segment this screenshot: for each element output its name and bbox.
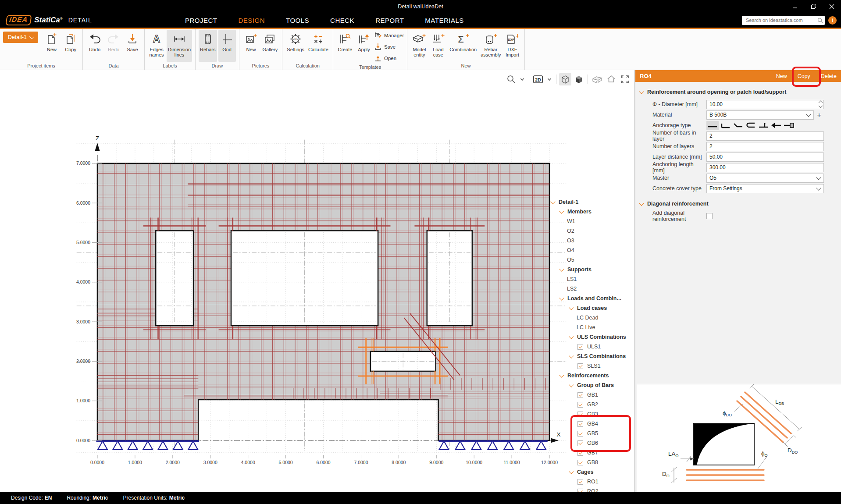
ribbon-button-settings[interactable]: </>Settings bbox=[285, 30, 306, 62]
checkbox[interactable] bbox=[577, 431, 583, 437]
magnifier-button[interactable] bbox=[506, 74, 517, 85]
fit-view-button[interactable] bbox=[619, 73, 631, 85]
checkbox[interactable] bbox=[577, 460, 583, 465]
tree-item-ro1[interactable]: RO1 bbox=[550, 477, 634, 486]
checkbox[interactable] bbox=[577, 479, 583, 485]
tree-item-gb3[interactable]: GB3 bbox=[550, 409, 634, 419]
tree-item-reinforcements[interactable]: Reinforcements bbox=[550, 371, 634, 380]
tree-item-group-of-bars[interactable]: Group of Bars bbox=[550, 380, 634, 390]
tree-item-gb2[interactable]: GB2 bbox=[550, 400, 634, 409]
ribbon-button-manager[interactable]: Manager bbox=[374, 31, 404, 40]
checkbox[interactable] bbox=[577, 440, 583, 446]
spinner-arrows[interactable] bbox=[819, 101, 822, 108]
ribbon-button-gallery[interactable]: Gallery bbox=[261, 30, 279, 62]
anchor-cone-icon[interactable] bbox=[770, 121, 782, 130]
ribbon-button-apply[interactable]: Apply bbox=[355, 30, 373, 62]
tree-item-detail-1[interactable]: Detail-1 bbox=[550, 197, 634, 207]
checkbox[interactable] bbox=[577, 363, 583, 369]
tree-item-cages[interactable]: Cages bbox=[550, 467, 634, 477]
ribbon-button-save[interactable]: Save bbox=[374, 42, 404, 52]
menu-tab-tools[interactable]: TOOLS bbox=[285, 13, 310, 28]
tree-item-gb7[interactable]: GB7 bbox=[550, 448, 634, 458]
chevron-down-button[interactable] bbox=[545, 75, 553, 83]
minimize-button[interactable] bbox=[786, 0, 804, 13]
tree-item-load-cases[interactable]: Load cases bbox=[550, 303, 634, 313]
ribbon-button-create[interactable]: Create bbox=[336, 30, 354, 62]
add-material-button[interactable]: + bbox=[817, 111, 821, 119]
checkbox[interactable] bbox=[577, 489, 583, 492]
tree-item-lc-dead[interactable]: LC Dead bbox=[550, 313, 634, 323]
new-button[interactable]: New bbox=[776, 73, 787, 79]
tree-item-o2[interactable]: O2 bbox=[550, 226, 634, 236]
material-field[interactable]: B 500B bbox=[706, 110, 814, 120]
number-of-bars-in-layer-field[interactable]: 2 bbox=[706, 131, 824, 141]
ribbon-button-calculate[interactable]: Calculate bbox=[307, 30, 330, 62]
section-view-button[interactable] bbox=[591, 74, 604, 85]
ribbon-button-new[interactable]: New bbox=[242, 30, 260, 62]
ribbon-button-undo[interactable]: Undo bbox=[86, 30, 103, 62]
menu-tab-materials[interactable]: MATERIALS bbox=[424, 13, 464, 28]
tree-item-loads-and-combin[interactable]: Loads and Combin... bbox=[550, 294, 634, 303]
ribbon-button-rebar-assembly[interactable]: Rebar assembly bbox=[479, 30, 502, 62]
tree-item-ls1[interactable]: LS1 bbox=[550, 274, 634, 284]
anchor-bend-90-icon[interactable] bbox=[719, 121, 731, 130]
chevron-down-button[interactable] bbox=[518, 75, 526, 83]
checkbox[interactable] bbox=[577, 402, 583, 408]
cube-wire-button[interactable] bbox=[559, 73, 571, 85]
section-header-reinforcement-around-opening-or-patch-lo[interactable]: Reinforcement around opening or patch lo… bbox=[640, 89, 837, 95]
tree-item-w1[interactable]: W1 bbox=[550, 217, 634, 226]
add-diagonal-reinforcement-checkbox[interactable] bbox=[706, 213, 713, 219]
tree-item-sls1[interactable]: SLS1 bbox=[550, 361, 634, 371]
tree-item-supports[interactable]: Supports bbox=[550, 265, 634, 274]
ribbon-button-model-entity[interactable]: Model entity bbox=[410, 30, 428, 62]
info-button[interactable]: i bbox=[828, 16, 837, 25]
checkbox[interactable] bbox=[577, 392, 583, 398]
checkbox[interactable] bbox=[577, 450, 583, 456]
menu-tab-check[interactable]: CHECK bbox=[329, 13, 355, 28]
anchor-bend-45-icon[interactable] bbox=[732, 121, 744, 130]
search-box[interactable] bbox=[742, 16, 825, 25]
ribbon-button-grid[interactable]: Grid bbox=[218, 30, 236, 62]
ribbon-button-open[interactable]: Open bbox=[374, 53, 404, 63]
menu-tab-report[interactable]: REPORT bbox=[374, 13, 405, 28]
anchor-foot-icon[interactable] bbox=[757, 121, 770, 130]
concrete-cover-type-field[interactable]: From Settings bbox=[706, 184, 824, 193]
ribbon-button-edges-names[interactable]: AEdges names bbox=[148, 30, 165, 62]
home-view-button[interactable] bbox=[605, 73, 617, 85]
tree-item-lc-live[interactable]: LC Live bbox=[550, 323, 634, 332]
anchor-u-hook-icon[interactable] bbox=[745, 121, 757, 130]
tree-item-gb5[interactable]: GB5 bbox=[550, 429, 634, 438]
ribbon-button-dimension-lines[interactable]: Dimension lines bbox=[167, 30, 192, 62]
tree-item-members[interactable]: Members bbox=[550, 207, 634, 217]
tree-item-ls2[interactable]: LS2 bbox=[550, 284, 634, 294]
ribbon-button-copy[interactable]: Copy bbox=[62, 30, 79, 62]
detail-selector[interactable]: Detail-1 bbox=[3, 32, 38, 43]
checkbox[interactable] bbox=[577, 412, 583, 417]
tree-item-sls-combinations[interactable]: SLS Combinations bbox=[550, 351, 634, 361]
close-button[interactable] bbox=[823, 0, 841, 13]
tree-item-gb4[interactable]: GB4 bbox=[550, 419, 634, 429]
tree-item-uls1[interactable]: ULS1 bbox=[550, 342, 634, 351]
restore-button[interactable] bbox=[804, 0, 823, 13]
ribbon-button-rebars[interactable]: Rebars bbox=[199, 30, 217, 62]
anchor-straight-icon[interactable] bbox=[706, 121, 719, 130]
menu-tab-project[interactable]: PROJECT bbox=[184, 13, 218, 28]
tree-item-o4[interactable]: O4 bbox=[550, 245, 634, 255]
tree-item-gb1[interactable]: GB1 bbox=[550, 390, 634, 400]
ribbon-button-load-case[interactable]: Load case bbox=[429, 30, 447, 62]
copy-button[interactable]: Copy bbox=[798, 73, 810, 79]
ribbon-button-save[interactable]: Save bbox=[124, 30, 141, 62]
cube-solid-button[interactable] bbox=[573, 73, 585, 85]
anchoring-length-mm-field[interactable]: 300.00 bbox=[706, 163, 824, 172]
view-2d-button[interactable]: 2D bbox=[532, 74, 544, 85]
delete-button[interactable]: Delete bbox=[821, 73, 837, 79]
tree-item-gb8[interactable]: GB8 bbox=[550, 458, 634, 467]
tree-item-uls-combinations[interactable]: ULS Combinations bbox=[550, 332, 634, 342]
diameter-mm-field[interactable]: 10.00 bbox=[706, 100, 824, 109]
tree-item-o5[interactable]: O5 bbox=[550, 255, 634, 265]
ribbon-button-new[interactable]: New bbox=[43, 30, 61, 62]
number-of-layers-field[interactable]: 2 bbox=[706, 142, 824, 151]
ribbon-button-dxf-import[interactable]: DXFDXF Import bbox=[504, 30, 521, 62]
tree-item-gb6[interactable]: GB6 bbox=[550, 438, 634, 448]
ribbon-button-combination[interactable]: ΣCombination bbox=[448, 30, 478, 62]
